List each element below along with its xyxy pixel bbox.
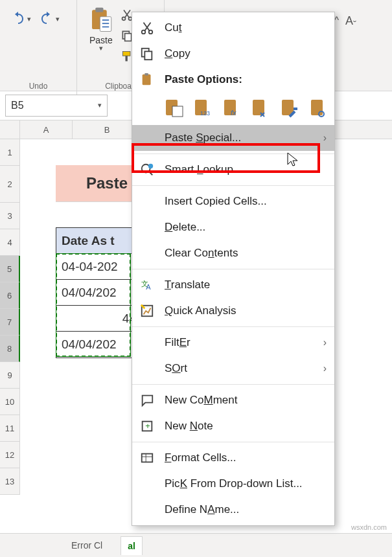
column-header[interactable]: A [20,120,73,139]
svg-text:123: 123 [200,110,210,117]
menu-new-comment[interactable]: New CoMment [132,387,334,413]
svg-rect-27 [311,100,323,115]
paste-options-row: 123 fx [132,93,334,125]
row-header[interactable]: 9 [0,362,19,389]
menu-delete[interactable]: Delete... [132,214,334,240]
sheet-tabs: Error Cl al [0,533,392,557]
paste-option-formatting[interactable] [279,95,302,121]
svg-rect-16 [143,74,151,85]
row-header[interactable]: 11 [0,415,19,442]
menu-define-name[interactable]: Define NAme... [132,497,334,523]
paste-option-values[interactable]: 123 [192,95,215,121]
redo-button[interactable]: ▾ [39,12,60,27]
undo-button[interactable]: ▾ [10,12,31,27]
menu-new-note[interactable]: + New Note [132,413,334,439]
menu-sort[interactable]: SOrt › [132,356,334,381]
svg-rect-26 [294,108,297,110]
copy-icon [139,45,156,62]
scissors-icon [139,19,156,36]
menu-smart-lookup[interactable]: Smart Lookup [132,157,334,183]
svg-text:fx: fx [231,109,236,117]
svg-rect-17 [144,73,148,76]
row-header[interactable]: 2 [0,166,19,203]
context-menu: Cut Copy Paste Options: 123 fx Paste Spe… [132,12,335,526]
note-icon: + [139,418,156,435]
row-header[interactable]: 5 [0,256,20,282]
chevron-down-icon: ▾ [98,101,102,109]
svg-rect-36 [142,454,153,462]
svg-rect-10 [122,52,130,56]
chevron-down-icon: ▾ [27,15,31,23]
row-header[interactable]: 1 [0,139,19,166]
format-cells-icon [139,449,156,466]
row-header[interactable]: 13 [0,468,19,495]
chevron-down-icon: ▾ [56,15,60,23]
svg-point-30 [148,164,153,168]
svg-point-12 [142,30,146,34]
menu-insert-copied-cells[interactable]: Insert Copied Cells... [132,188,334,214]
svg-rect-11 [125,56,127,61]
lookup-icon [139,161,156,178]
svg-rect-24 [253,100,264,115]
svg-line-29 [149,172,153,176]
watermark: wsxdn.com [351,523,387,531]
menu-quick-analysis[interactable]: Quick Analysis [132,298,334,324]
row-header[interactable]: 3 [0,203,19,229]
clipboard-icon [139,71,156,88]
menu-separator [132,442,334,442]
ribbon-group-label: Undo [0,82,76,91]
menu-filter[interactable]: FiltEr › [132,330,334,356]
svg-point-6 [122,17,125,20]
row-header[interactable]: 12 [0,442,19,468]
menu-separator [132,153,334,154]
menu-copy[interactable]: Copy [132,41,334,67]
svg-rect-15 [144,51,152,60]
chevron-right-icon: › [323,363,327,374]
select-all-corner[interactable] [0,120,20,139]
sheet-tab[interactable]: Error Cl [65,536,109,554]
menu-cut[interactable]: Cut [132,15,334,41]
menu-paste-special[interactable]: Paste Special... › [132,125,334,151]
chevron-down-icon: ▾ [99,44,103,52]
paste-button[interactable]: Paste ▾ [86,4,116,55]
marching-ants-selection [56,253,131,357]
comment-icon [139,392,156,409]
menu-separator [132,185,334,186]
table-header-cell: Date As t [56,227,142,255]
translate-icon: 文A [139,277,156,293]
chevron-right-icon: › [323,337,327,348]
svg-rect-9 [125,34,132,41]
menu-separator [132,384,334,385]
svg-rect-19 [172,106,183,117]
paste-option-formulas[interactable]: fx [221,95,244,121]
name-box[interactable]: B5 ▾ [5,95,108,117]
chevron-right-icon: › [323,132,327,144]
paste-option-transpose[interactable] [250,95,273,121]
svg-text:A: A [146,283,151,291]
svg-rect-1 [95,8,103,12]
row-header[interactable]: 6 [0,282,20,309]
svg-point-13 [149,30,153,34]
menu-pick-from-dropdown[interactable]: PicK From Drop-down List... [132,471,334,497]
menu-translate[interactable]: 文A Translate [132,272,334,298]
menu-separator [132,269,334,269]
menu-paste-options-header: Paste Options: [132,67,334,93]
menu-clear-contents[interactable]: Clear Contents [132,240,334,266]
row-header[interactable]: 4 [0,229,19,256]
row-header[interactable]: 8 [0,335,20,362]
row-header[interactable]: 10 [0,389,19,415]
sheet-tab-active[interactable]: al [121,536,143,555]
quick-analysis-icon [139,302,156,319]
menu-format-cells[interactable]: Format Cells... [132,445,334,471]
svg-text:+: + [145,421,150,431]
paste-option-link[interactable] [308,95,330,121]
row-header[interactable]: 7 [0,309,20,335]
menu-separator [132,326,334,327]
decrease-font-icon[interactable]: Aˇ [345,14,356,31]
paste-option-all[interactable] [163,95,186,121]
